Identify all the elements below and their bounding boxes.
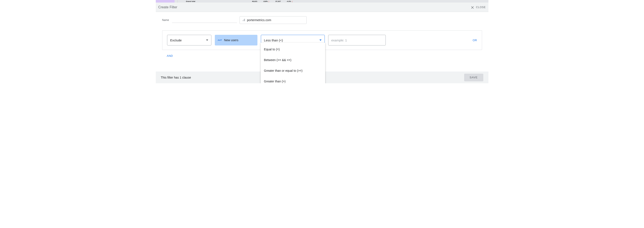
chevron-down-icon — [206, 40, 208, 41]
chevron-down-icon — [320, 40, 322, 41]
total-value-1: 40,621 — [246, 1, 258, 2]
footer-status: This filter has 1 clause — [161, 76, 191, 79]
name-input[interactable] — [172, 17, 237, 23]
metric-name: New users — [224, 38, 238, 42]
panel-header: Create Filter CLOSE — [156, 3, 488, 12]
close-icon — [470, 5, 474, 9]
name-label: Name — [162, 19, 169, 22]
close-label: CLOSE — [476, 6, 486, 9]
panel-title: Create Filter — [158, 5, 177, 9]
close-button[interactable]: CLOSE — [470, 3, 486, 12]
row-selector-cell — [156, 0, 174, 3]
metric-type-badge: AUT — [218, 39, 222, 41]
condition-option-equal[interactable]: Equal to (=) — [261, 44, 325, 55]
name-row: Name portermetrics.com — [162, 16, 482, 24]
app-root: Grand total 40,621 -3.6% | 37,327 -4.0% … — [156, 0, 488, 83]
condition-option-between[interactable]: Between (>= && <=) — [261, 55, 325, 65]
background-total-row: Grand total 40,621 -3.6% | 37,327 -4.0% … — [156, 0, 488, 3]
row-side-cell — [174, 0, 178, 3]
data-source-label: portermetrics.com — [247, 18, 271, 22]
include-exclude-value: Exclude — [170, 38, 182, 42]
and-button[interactable]: AND — [167, 54, 173, 57]
total-value-2: 37,327 — [271, 1, 281, 2]
svg-rect-0 — [242, 20, 243, 21]
analytics-icon — [242, 18, 245, 22]
svg-rect-2 — [244, 19, 245, 21]
save-button[interactable]: SAVE — [464, 74, 483, 81]
include-exclude-select[interactable]: Exclude — [167, 35, 212, 45]
svg-rect-1 — [243, 20, 244, 21]
or-button[interactable]: OR — [473, 39, 477, 42]
grand-total-label: Grand total — [186, 1, 246, 2]
data-source-chip[interactable]: portermetrics.com — [240, 16, 307, 24]
total-delta-1: -3.6% | — [258, 1, 269, 2]
value-input[interactable] — [328, 35, 386, 45]
condition-value: Less than (<) — [264, 38, 283, 42]
condition-option-gte[interactable]: Greater than or equal to (>=) — [261, 65, 325, 76]
total-delta-2: -4.0% | — [282, 1, 292, 2]
metric-chip[interactable]: AUT New users — [215, 35, 258, 45]
condition-option-gt[interactable]: Greater than (>) — [261, 76, 325, 83]
condition-dropdown: Equal to (=) Between (>= && <=) Greater … — [261, 43, 325, 83]
